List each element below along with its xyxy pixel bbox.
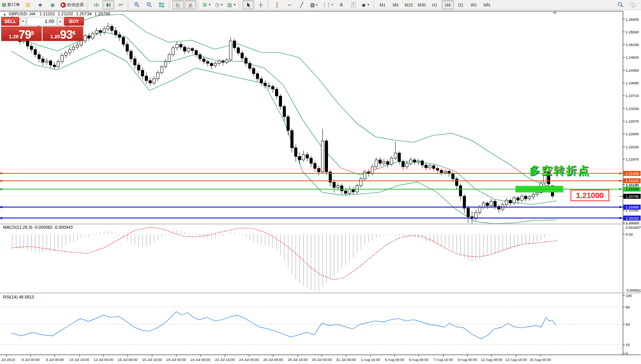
arrows-dropdown[interactable]: ◆▼ bbox=[360, 0, 372, 9]
buy-price-big: 93 bbox=[60, 29, 72, 41]
toolbar-separator bbox=[238, 1, 242, 9]
svg-text:1.22230: 1.22230 bbox=[626, 145, 639, 149]
svg-text:0.001607: 0.001607 bbox=[626, 225, 641, 230]
svg-text:10 Jul 16:00: 10 Jul 16:00 bbox=[69, 357, 89, 362]
candlestick-chart-button[interactable] bbox=[103, 0, 114, 9]
svg-text:24 Jul 00:00: 24 Jul 00:00 bbox=[239, 357, 259, 362]
chart-shift-button[interactable] bbox=[185, 0, 196, 9]
timeframe-mn-button[interactable]: MN bbox=[481, 0, 493, 9]
buy-price-prefix: 1.20 bbox=[50, 34, 60, 39]
toolbar-separator bbox=[197, 1, 200, 9]
svg-text:19 Jul 08:00: 19 Jul 08:00 bbox=[190, 357, 210, 362]
svg-text:80: 80 bbox=[626, 305, 630, 309]
community-chat-button[interactable] bbox=[627, 0, 638, 9]
vline-tool-button[interactable]: │ bbox=[271, 0, 283, 9]
channel-tool-button[interactable]: ▨E bbox=[308, 0, 320, 9]
candles-layer bbox=[11, 23, 554, 224]
new-order-button[interactable]: ⊞ 新订单 bbox=[0, 0, 21, 9]
volume-increase-button[interactable]: ▲ bbox=[57, 17, 63, 26]
price-callout-label[interactable]: 1.21000 bbox=[571, 190, 609, 201]
new-chart-icon: ⊞ bbox=[203, 2, 207, 7]
chart-window[interactable]: 1.259301.255601.251901.248201.244501.240… bbox=[0, 10, 641, 364]
chevron-down-icon: ▼ bbox=[233, 3, 236, 7]
svg-text:15 Aug 00:00: 15 Aug 00:00 bbox=[530, 357, 551, 362]
chart-canvas[interactable]: 1.259301.255601.251901.248201.244501.240… bbox=[0, 10, 641, 364]
fibonacci-f-label: F bbox=[331, 3, 333, 6]
label-tool-button[interactable]: T bbox=[348, 0, 359, 9]
book-icon: ▤ bbox=[26, 2, 30, 7]
volume-decrease-button[interactable]: ▼ bbox=[20, 17, 26, 26]
chevron-down-icon: ▼ bbox=[367, 3, 370, 7]
sound-button[interactable]: ◉ bbox=[47, 0, 58, 9]
svg-text:9 Jul 08:00: 9 Jul 08:00 bbox=[46, 357, 64, 362]
svg-text:12 Jul 00:00: 12 Jul 00:00 bbox=[93, 357, 113, 362]
new-chart-dropdown[interactable]: ⊞▼ bbox=[201, 0, 213, 9]
svg-text:22 Jul 16:00: 22 Jul 16:00 bbox=[215, 357, 235, 362]
svg-text:7 Aug 16:00: 7 Aug 16:00 bbox=[434, 357, 453, 362]
buy-button[interactable]: BUY bbox=[64, 17, 84, 26]
toolbar-separator bbox=[86, 1, 90, 9]
svg-text:1.22970: 1.22970 bbox=[626, 119, 639, 123]
sell-price-panel[interactable]: 1.20795 bbox=[1, 26, 42, 41]
ohlc-close: 1.20795 bbox=[95, 11, 110, 16]
zoom-in-button[interactable] bbox=[131, 0, 143, 9]
sell-price-prefix: 1.20 bbox=[9, 34, 18, 39]
expander-icon[interactable]: ▲ bbox=[3, 13, 6, 16]
volume-input[interactable]: 1.00 bbox=[27, 17, 57, 26]
data-window-button[interactable]: ☻ bbox=[34, 0, 46, 9]
crosshair-icon: ┼ bbox=[259, 2, 262, 7]
bar-chart-button[interactable] bbox=[90, 0, 102, 9]
svg-text:1 Aug 16:00: 1 Aug 16:00 bbox=[361, 357, 380, 362]
tile-windows-icon bbox=[159, 2, 164, 8]
trendline-tool-button[interactable]: ╱ bbox=[296, 0, 307, 9]
tile-windows-button[interactable] bbox=[156, 0, 167, 9]
text-icon: A bbox=[339, 2, 343, 7]
search-button[interactable] bbox=[615, 0, 626, 9]
hline-tool-button[interactable]: ─ bbox=[284, 0, 295, 9]
cursor-icon bbox=[246, 2, 251, 8]
person-icon: ☻ bbox=[38, 2, 43, 7]
bar-chart-icon bbox=[93, 2, 99, 8]
profiles-dropdown[interactable]: ◷▼ bbox=[213, 0, 225, 9]
mt4-terminal: ⊞ 新订单 ▤ ☻ ◉ ▶ 自动交易 bbox=[0, 0, 641, 364]
svg-text:4 Jul 2019: 4 Jul 2019 bbox=[0, 357, 15, 362]
horizontal-line-object[interactable] bbox=[0, 206, 623, 208]
svg-text:1.23340: 1.23340 bbox=[626, 107, 639, 111]
indicators-dropdown[interactable]: ▧▼ bbox=[226, 0, 238, 9]
clock-icon: ◷ bbox=[215, 2, 219, 7]
horizontal-line-icon: ─ bbox=[288, 2, 291, 7]
timeframe-h4-button[interactable]: H4 bbox=[442, 0, 454, 9]
buy-price-panel[interactable]: 1.20936 bbox=[43, 26, 83, 41]
fibonacci-tool-button[interactable]: ⋮⋮F bbox=[320, 0, 334, 9]
chart-annotation-text[interactable]: 多空转折点 bbox=[529, 163, 590, 178]
svg-text:9 Aug 00:00: 9 Aug 00:00 bbox=[458, 357, 477, 362]
chat-bubbles-icon bbox=[629, 2, 636, 8]
timeframe-d1-button[interactable]: D1 bbox=[455, 0, 467, 9]
svg-text:1.25190: 1.25190 bbox=[626, 43, 639, 47]
autotrading-button[interactable]: ▶ 自动交易 bbox=[59, 0, 85, 9]
sell-button[interactable]: SELL bbox=[1, 17, 19, 26]
timeframe-m30-button[interactable]: M30 bbox=[416, 0, 428, 9]
arrows-icon: ◆ bbox=[362, 2, 366, 7]
timeframe-m15-button[interactable]: M15 bbox=[403, 0, 415, 9]
cursor-tool-button[interactable] bbox=[243, 0, 254, 9]
charts-bar-button[interactable]: ▤ bbox=[22, 0, 34, 9]
svg-text:1.21459: 1.21459 bbox=[626, 171, 639, 175]
line-chart-icon bbox=[118, 2, 123, 8]
svg-text:1.21000: 1.21000 bbox=[626, 187, 639, 191]
text-tool-button[interactable]: A bbox=[336, 0, 347, 9]
timeframe-m1-button[interactable]: M1 bbox=[377, 0, 389, 9]
auto-scroll-button[interactable] bbox=[172, 0, 184, 9]
horizontal-line-object[interactable] bbox=[0, 180, 623, 182]
macd-axis: 0.0016070.00-0.008522 bbox=[623, 225, 641, 292]
line-chart-button[interactable] bbox=[115, 0, 126, 9]
new-order-icon: ⊞ bbox=[2, 2, 6, 7]
crosshair-tool-button[interactable]: ┼ bbox=[255, 0, 266, 9]
one-click-trading-panel: SELL ▼ 1.00 ▲ BUY 1.20795 1.20936 bbox=[1, 17, 84, 41]
timeframe-h1-button[interactable]: H1 bbox=[429, 0, 441, 9]
svg-text:30 Jul 00:00: 30 Jul 00:00 bbox=[312, 357, 332, 362]
zoom-out-button[interactable] bbox=[144, 0, 155, 9]
timeframe-w1-button[interactable]: W1 bbox=[468, 0, 480, 9]
horizontal-line-object[interactable] bbox=[0, 217, 623, 219]
timeframe-m5-button[interactable]: M5 bbox=[390, 0, 402, 9]
